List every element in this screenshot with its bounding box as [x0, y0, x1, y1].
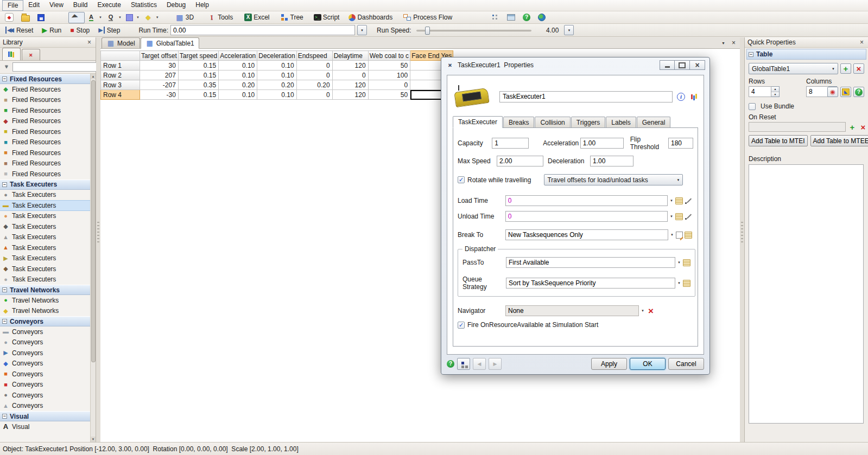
library-item[interactable]: Fixed Resources [0, 126, 90, 137]
unload-time-code-icon[interactable] [675, 213, 683, 220]
toolbar-button[interactable]: ▼ [104, 12, 124, 23]
table-corner-cell[interactable] [101, 51, 140, 61]
table-cell[interactable]: 0.15 [178, 61, 218, 71]
table-cell[interactable]: 30 [140, 61, 179, 71]
add-table-to-mtei-button[interactable]: Add Table to MTEI [749, 135, 808, 146]
toolbar-button[interactable] [35, 12, 50, 23]
table-cell[interactable]: 100 [368, 71, 410, 80]
collapse-icon[interactable]: − [2, 76, 7, 81]
menu-item[interactable]: Execute [93, 0, 126, 11]
table-cell[interactable]: 0 [368, 80, 410, 90]
run-speed-slider[interactable] [416, 25, 531, 35]
column-header[interactable]: Target speed [178, 51, 218, 61]
library-section-header[interactable]: − Task Executers [0, 180, 90, 190]
toolbar-button[interactable] [3, 12, 19, 23]
library-item[interactable]: Conveyors [0, 326, 90, 337]
table-cell[interactable]: -207 [140, 80, 179, 90]
library-section-header[interactable]: − Conveyors [0, 316, 90, 326]
table-cell[interactable]: -30 [140, 90, 179, 100]
library-item[interactable]: Task Executers [0, 232, 90, 243]
menu-item[interactable]: Help [191, 0, 214, 11]
on-reset-input[interactable] [749, 122, 846, 132]
table-cell[interactable]: 0 [296, 90, 332, 100]
reset-button[interactable]: ◀◀ Reset [3, 25, 37, 35]
tab-close-icon[interactable]: × [732, 39, 736, 47]
dialog-maximize-button[interactable] [675, 60, 690, 70]
rotate-while-travelling-checkbox[interactable] [458, 176, 465, 183]
queue-strategy-input[interactable] [506, 278, 675, 289]
description-textarea[interactable] [749, 164, 864, 424]
dialog-help-icon[interactable] [447, 360, 454, 368]
run-speed-dropdown-button[interactable]: ▼ [564, 25, 574, 35]
menu-item[interactable]: Build [68, 0, 93, 11]
toolbar-button[interactable] [505, 12, 521, 23]
navigator-input[interactable] [505, 305, 639, 316]
pass-to-code-icon[interactable] [683, 259, 690, 266]
table-cell[interactable]: 0.10 [257, 90, 296, 100]
toolbar-button[interactable]: ▼ [85, 12, 104, 23]
tab-model[interactable]: Model [102, 37, 140, 48]
flip-threshold-input[interactable] [668, 138, 693, 149]
table-sampler-button[interactable] [840, 87, 851, 97]
library-item[interactable]: Conveyors [0, 348, 90, 358]
load-time-code-icon[interactable] [675, 197, 683, 204]
break-to-input[interactable] [505, 229, 668, 240]
deceleration-input[interactable] [590, 156, 633, 166]
table-cell[interactable]: 0.20 [219, 80, 257, 90]
library-item[interactable]: Task Executers [0, 200, 90, 211]
row-header[interactable]: Row 4 [101, 90, 140, 100]
library-item[interactable]: Task Executers [0, 253, 90, 264]
library-section-header[interactable]: − Visual [0, 411, 90, 421]
table-cell[interactable]: 0.15 [178, 90, 218, 100]
table-cell[interactable]: 207 [140, 71, 179, 80]
library-item[interactable]: Conveyors [0, 369, 90, 380]
object-name-input[interactable] [499, 91, 673, 102]
table-cell[interactable]: 120 [332, 61, 368, 71]
library-item[interactable]: Conveyors [0, 337, 90, 348]
library-item[interactable]: Visual [0, 421, 90, 432]
toolbar-button[interactable]: ▼ [124, 12, 142, 23]
quick-properties-close-icon[interactable]: × [858, 39, 865, 46]
unload-time-sampler-icon[interactable] [685, 212, 693, 221]
dialog-tab[interactable]: Labels [606, 117, 636, 127]
column-header[interactable]: Delaytime [332, 51, 368, 61]
library-item[interactable]: Fixed Resources [0, 148, 90, 158]
delete-table-button[interactable] [853, 63, 864, 74]
max-speed-input[interactable] [497, 156, 543, 166]
library-objects-tab[interactable] [2, 48, 21, 60]
travel-offsets-combo[interactable]: Travel offsets for load/unload tasks ▼ [544, 174, 683, 185]
table-select-combo[interactable]: GlobalTable1 ▼ [749, 63, 838, 74]
collapse-icon[interactable]: − [2, 414, 7, 419]
rows-input[interactable] [749, 86, 771, 97]
remove-navigator-icon[interactable] [647, 306, 655, 315]
pass-to-caret-icon[interactable]: ▼ [675, 261, 683, 264]
capacity-input[interactable] [492, 138, 529, 149]
collapse-icon[interactable]: − [2, 319, 7, 324]
acceleration-input[interactable] [580, 138, 624, 149]
run-time-dropdown-button[interactable]: ▼ [357, 25, 367, 35]
add-table-to-mtee-button[interactable]: Add Table to MTEE [810, 135, 868, 146]
toolbar-button[interactable] [536, 12, 551, 23]
toolbar-button[interactable] [19, 12, 35, 23]
toolbar-button[interactable] [521, 12, 536, 23]
scroll-down-icon[interactable]: ▼ [91, 437, 96, 442]
library-item[interactable]: Fixed Resources [0, 137, 90, 148]
table-help-button[interactable] [853, 87, 864, 97]
library-item[interactable]: Fixed Resources [0, 116, 90, 127]
row-header[interactable]: Row 3 [101, 80, 140, 90]
tab-globaltable1[interactable]: GlobalTable1 [141, 37, 199, 49]
column-header[interactable]: Endspeed [296, 51, 332, 61]
menu-item[interactable]: Edit [23, 0, 45, 11]
dialog-tab[interactable]: Breaks [503, 117, 534, 127]
library-item[interactable]: Conveyors [0, 380, 90, 390]
toolbar-button[interactable]: ▼ [142, 12, 161, 23]
library-filter-input[interactable] [12, 62, 101, 72]
menu-item[interactable]: Debug [162, 0, 191, 11]
library-section-header[interactable]: − Travel Networks [0, 285, 90, 295]
dialog-tab[interactable]: General [637, 117, 671, 127]
row-header[interactable]: Row 2 [101, 71, 140, 80]
collapse-icon[interactable]: − [2, 182, 7, 187]
collapse-icon[interactable]: − [2, 287, 7, 292]
library-item[interactable]: Fixed Resources [0, 105, 90, 116]
stop-button[interactable]: ■ Stop [68, 25, 94, 35]
